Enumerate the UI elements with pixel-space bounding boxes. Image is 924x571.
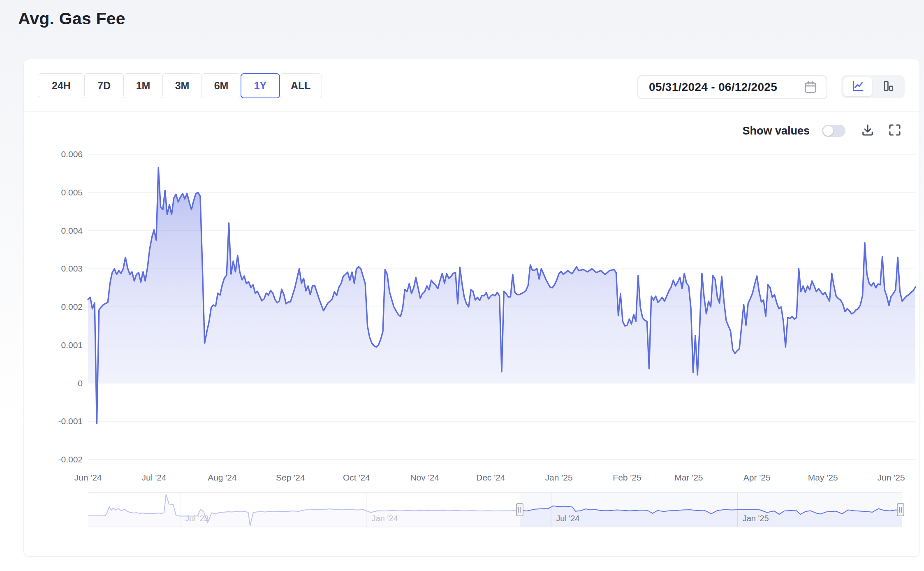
download-icon <box>860 123 875 139</box>
nav-handle-right[interactable] <box>897 504 904 516</box>
show-values-toggle[interactable] <box>822 125 845 137</box>
time-range-group: 24H7D1M3M6M1YALL <box>38 73 322 98</box>
fullscreen-button[interactable] <box>887 123 902 139</box>
y-axis-label: -0.002 <box>58 455 83 464</box>
y-axis-label: 0.006 <box>61 149 83 159</box>
chart-controls: Show values <box>742 122 902 140</box>
nav-handle-left[interactable] <box>516 504 523 516</box>
y-axis-label: 0.002 <box>61 302 83 311</box>
chart-type-line-button[interactable] <box>843 77 872 96</box>
nav-series-area <box>88 494 902 527</box>
range-button-6m[interactable]: 6M <box>201 73 241 98</box>
toggle-knob <box>823 126 833 136</box>
page-title: Avg. Gas Fee <box>18 9 125 28</box>
toolbar-right: 05/31/2024 - 06/12/2025 <box>637 75 905 99</box>
toolbar-divider <box>24 111 919 112</box>
chart-type-bar-button[interactable] <box>874 77 903 96</box>
series-line <box>88 168 915 423</box>
date-range-picker[interactable]: 05/31/2024 - 06/12/2025 <box>637 75 827 99</box>
y-axis-label: 0.004 <box>61 226 83 235</box>
nav-axis-label: Jul '23 <box>185 514 208 523</box>
range-button-7d[interactable]: 7D <box>84 73 124 98</box>
nav-axis-label: Jul '24 <box>556 514 579 523</box>
range-button-all[interactable]: ALL <box>280 73 322 98</box>
x-axis-label: Dec '24 <box>476 473 505 482</box>
series-area <box>88 168 915 423</box>
calendar-icon <box>803 79 818 95</box>
date-range-value: 05/31/2024 - 06/12/2025 <box>649 81 777 94</box>
show-values-label: Show values <box>742 125 810 137</box>
bar-chart-icon <box>882 79 895 94</box>
x-axis-label: Aug '24 <box>208 473 237 482</box>
x-axis-label: May '25 <box>808 473 838 482</box>
y-axis-label: 0.001 <box>61 340 83 350</box>
fullscreen-icon <box>887 123 902 139</box>
x-axis-label: Jun '24 <box>74 473 102 482</box>
range-button-1y[interactable]: 1Y <box>241 73 280 98</box>
x-axis-label: Nov '24 <box>410 473 439 482</box>
x-axis-label: Jun '25 <box>878 473 905 482</box>
nav-selected-range[interactable] <box>520 492 902 527</box>
range-button-1m[interactable]: 1M <box>123 73 163 98</box>
y-axis-label: 0 <box>78 378 83 388</box>
chart-type-toggle <box>841 75 905 98</box>
nav-axis-label: Jan '25 <box>743 514 769 523</box>
toolbar: 24H7D1M3M6M1YALL 05/31/2024 - 06/12/2025 <box>38 73 905 100</box>
download-button[interactable] <box>860 123 875 139</box>
nav-unselected-mask <box>88 492 520 527</box>
y-axis-label: -0.001 <box>58 416 83 426</box>
y-axis-label: 0.005 <box>61 188 83 197</box>
chart-card: 24H7D1M3M6M1YALL 05/31/2024 - 06/12/2025 <box>23 59 920 557</box>
y-axis-label: 0.003 <box>61 264 83 273</box>
range-button-24h[interactable]: 24H <box>38 73 85 98</box>
line-chart-icon <box>851 79 864 94</box>
x-axis-label: Apr '25 <box>743 473 771 482</box>
nav-axis-label: Jan '24 <box>372 514 398 523</box>
x-axis-label: Mar '25 <box>674 473 703 482</box>
x-axis-label: Oct '24 <box>343 473 370 482</box>
x-axis-label: Jan '25 <box>545 473 573 482</box>
range-button-3m[interactable]: 3M <box>162 73 202 98</box>
x-axis-label: Jul '24 <box>142 473 167 482</box>
nav-series-line <box>88 494 902 526</box>
x-axis-label: Sep '24 <box>276 473 305 482</box>
x-axis-label: Feb '25 <box>613 473 641 482</box>
